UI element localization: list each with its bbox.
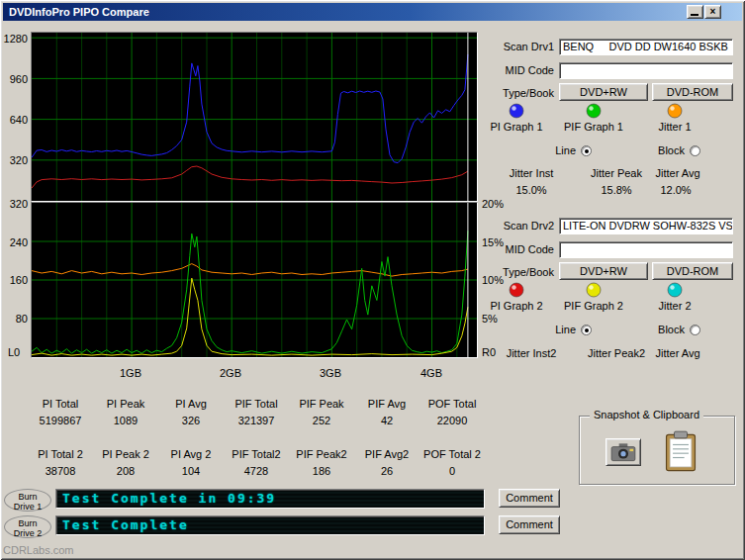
- close-icon: ×: [710, 6, 716, 17]
- pi-graph1-label: PI Graph 1: [487, 121, 546, 133]
- pif-graph1-label: PIF Graph 1: [560, 121, 627, 133]
- block2-label: Block: [647, 324, 685, 335]
- snapshot-group-title: Snapshot & Clipboard: [590, 409, 703, 420]
- axis-label-960: 960: [2, 73, 28, 85]
- snapshot-clipboard-group: Snapshot & Clipboard: [579, 416, 735, 485]
- pif-graph1-indicator-icon: [586, 103, 602, 119]
- book-type1-box[interactable]: DVD-ROM: [652, 83, 733, 101]
- axis-corner-right: R0: [482, 346, 496, 358]
- axis-label-80: 80: [2, 313, 28, 325]
- block1-radio[interactable]: [690, 145, 700, 156]
- scan-drv1-label: Scan Drv1: [490, 41, 554, 52]
- snapshot-button[interactable]: [605, 438, 641, 466]
- clipboard-button[interactable]: [665, 430, 697, 472]
- x-tick-2gb: 2GB: [218, 367, 243, 379]
- stat-pif-peak: PIF Peak252: [289, 398, 354, 426]
- stat-pif-total2: PIF Total24728: [224, 448, 289, 477]
- burn-drive1-label: Burn Drive 1: [4, 489, 51, 512]
- pi-error-chart[interactable]: [31, 32, 478, 202]
- x-tick-4gb: 4GB: [419, 367, 444, 379]
- axis-label-5pct: 5%: [482, 313, 498, 325]
- close-button[interactable]: ×: [704, 5, 721, 19]
- stat-pif-avg: PIF Avg42: [354, 398, 419, 426]
- stat-pif-peak2: PIF Peak2186: [289, 448, 354, 477]
- jitter2-label: Jitter 2: [645, 300, 704, 312]
- line2-label: Line: [542, 324, 576, 335]
- pif-graph2-indicator-icon: [586, 282, 602, 298]
- comment1-button[interactable]: Comment: [499, 489, 560, 508]
- axis-corner-left: L0: [8, 346, 20, 358]
- jitter-avg1-label: Jitter Avg: [643, 167, 712, 179]
- stat-pi-avg: PI Avg326: [158, 398, 224, 426]
- jitter1-label: Jitter 1: [645, 121, 704, 133]
- line2-radio[interactable]: [581, 325, 592, 335]
- axis-label-1280: 1280: [2, 33, 28, 45]
- stat-pi-peak2: PI Peak 2208: [93, 448, 158, 477]
- stats-row-2: PI Total 238708 PI Peak 2208 PI Avg 2104…: [28, 448, 485, 477]
- jitter-inst1-value: 15.0%: [499, 184, 564, 196]
- jitter-peak1-label: Jitter Peak: [582, 167, 651, 179]
- book-type2-box[interactable]: DVD-ROM: [652, 262, 733, 280]
- mid-code2-field[interactable]: [559, 241, 733, 258]
- x-tick-1gb: 1GB: [118, 367, 143, 379]
- stat-pi-total: PI Total5199867: [28, 398, 93, 426]
- clipboard-icon: [665, 430, 697, 472]
- scan-drv2-label: Scan Drv2: [490, 220, 554, 232]
- axis-label-240: 240: [2, 236, 28, 248]
- disc-type1-box[interactable]: DVD+RW: [559, 83, 648, 101]
- axis-label-20pct: 20%: [482, 198, 504, 210]
- stat-pof-total: POF Total22090: [419, 398, 485, 426]
- typebook1-label: Type/Book: [490, 87, 554, 99]
- mid-code2-label: MID Code: [490, 243, 554, 255]
- axis-label-640: 640: [2, 114, 28, 126]
- x-tick-3gb: 3GB: [318, 367, 343, 379]
- scan-drv2-field[interactable]: LITE-ON DVDRW SOHW-832S VS0: [559, 218, 733, 234]
- jitter-avg2-label: Jitter Avg: [643, 347, 712, 359]
- axis-label-160: 160: [2, 274, 28, 286]
- jitter-inst1-label: Jitter Inst: [499, 167, 564, 179]
- minimize-icon: [691, 14, 698, 16]
- minimize-button[interactable]: [687, 5, 703, 19]
- mid-code1-label: MID Code: [490, 64, 554, 76]
- stat-pif-avg2: PIF Avg226: [354, 448, 419, 477]
- comment2-button[interactable]: Comment: [499, 515, 560, 534]
- burn-drive2-label: Burn Drive 2: [4, 515, 51, 538]
- disc-type2-box[interactable]: DVD+RW: [559, 262, 648, 280]
- line1-label: Line: [542, 144, 576, 156]
- mid-code1-field[interactable]: [559, 62, 733, 79]
- axis-label-320-top: 320: [2, 154, 28, 166]
- pif-jitter-chart[interactable]: [31, 202, 478, 358]
- jitter2-indicator-icon: [667, 282, 683, 298]
- stats-row-1: PI Total5199867 PI Peak1089 PI Avg326 PI…: [28, 398, 485, 426]
- drive1-status-display: Test Complete in 09:39: [55, 489, 485, 509]
- line1-radio[interactable]: [581, 145, 592, 156]
- jitter-avg1-value: 12.0%: [641, 184, 710, 196]
- stat-pi-avg2: PI Avg 2104: [158, 448, 224, 477]
- window-title: DVDInfoPro PIPO Compare: [9, 6, 149, 18]
- jitter-inst2-label: Jitter Inst2: [499, 347, 564, 359]
- scan-drv1-field[interactable]: BENQ DVD DD DW1640 BSKB: [559, 39, 733, 55]
- stat-pi-peak: PI Peak1089: [93, 398, 158, 426]
- jitter-peak2-label: Jitter Peak2: [582, 347, 651, 359]
- axis-label-320-bottom: 320: [2, 198, 28, 210]
- pi-graph1-indicator-icon: [509, 103, 524, 119]
- block2-radio[interactable]: [690, 325, 700, 335]
- watermark: CDRLabs.com: [3, 544, 74, 556]
- jitter1-indicator-icon: [667, 103, 683, 119]
- stat-pof-total2: POF Total 20: [419, 448, 485, 477]
- pi-graph2-label: PI Graph 2: [487, 300, 546, 312]
- title-bar: DVDInfoPro PIPO Compare ×: [3, 3, 742, 21]
- stat-pif-total: PIF Total321397: [224, 398, 289, 426]
- camera-icon: [610, 442, 636, 462]
- pi-graph2-indicator-icon: [509, 282, 524, 298]
- stat-pi-total2: PI Total 238708: [28, 448, 93, 477]
- block1-label: Block: [647, 144, 685, 156]
- typebook2-label: Type/Book: [490, 266, 554, 278]
- drive2-status-display: Test Complete: [55, 515, 485, 535]
- pif-graph2-label: PIF Graph 2: [560, 300, 627, 312]
